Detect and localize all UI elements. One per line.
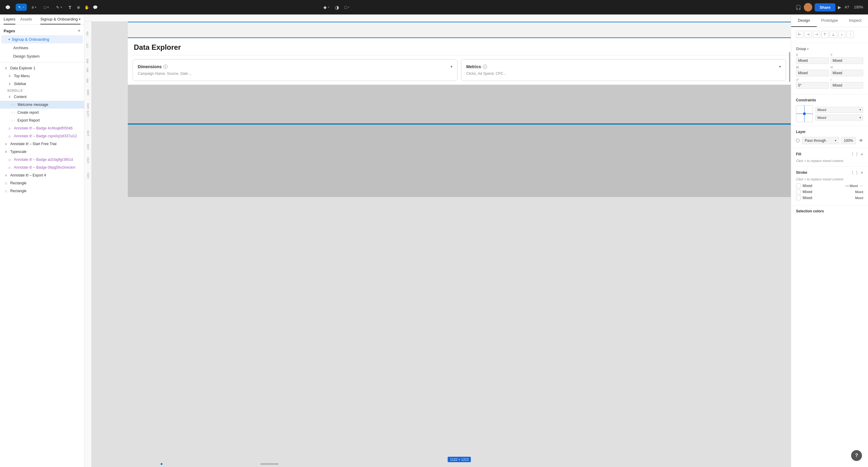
constraints-title: Constraints xyxy=(796,98,863,102)
selection-handle-corner[interactable] xyxy=(160,463,163,465)
align-middle-button[interactable]: ⊥ xyxy=(830,31,837,38)
metrics-subtitle: Clicks, Ad Spend, CPC... xyxy=(466,71,781,76)
constraint-v-select[interactable]: Mixed ▾ xyxy=(815,115,863,121)
layer-sidebar[interactable]: # Sidebar xyxy=(0,80,84,88)
layer-data-explorer-1[interactable]: # Data Explorer 1 xyxy=(0,64,84,72)
pages-section-header: Pages + xyxy=(0,25,84,35)
move-tool[interactable]: ↖ ▾ xyxy=(16,4,27,11)
x-value[interactable]: Mixed xyxy=(796,57,829,64)
comment-tool[interactable]: 💬 xyxy=(92,4,98,10)
align-bottom-button[interactable]: ↕ xyxy=(838,31,845,38)
text-tool[interactable]: T xyxy=(67,4,73,10)
component-tool[interactable]: ⊕ xyxy=(75,4,82,10)
play-button[interactable]: ▶ xyxy=(838,5,841,10)
frame-tool[interactable]: # ▾ xyxy=(29,4,39,11)
layer-annotate-badge-4[interactable]: ◇ Annotate it! – Badge 0liqqj5lhc0neckm xyxy=(0,164,84,171)
w-value[interactable]: Mixed xyxy=(796,70,829,76)
rotation-field: ↺ 0° xyxy=(796,78,829,89)
tab-assets[interactable]: Assets xyxy=(20,17,32,24)
tab-design[interactable]: Design xyxy=(791,14,817,27)
diamond-icon-4: ◇ xyxy=(7,165,12,170)
align-right-button[interactable]: ⊣ xyxy=(813,31,820,38)
help-button[interactable]: ? xyxy=(851,450,862,461)
page-tab-name[interactable]: Signup & Onboarding ▾ xyxy=(40,17,81,24)
canvas-viewport[interactable]: Data Explorer Dimensions i ▾ xyxy=(92,22,791,467)
metrics-info-icon[interactable]: i xyxy=(483,64,487,69)
page-tab[interactable]: Signup & Onboarding ▾ xyxy=(40,17,81,24)
layer-content[interactable]: # Content xyxy=(0,93,84,101)
group-row: Group ▾ xyxy=(796,47,863,51)
blend-mode-icon xyxy=(796,139,800,142)
layer-rectangle-2[interactable]: □ Rectangle xyxy=(0,187,84,195)
stroke-type-2[interactable]: Mixed xyxy=(855,191,863,194)
stroke-add-button[interactable]: + xyxy=(861,170,863,175)
user-avatar[interactable] xyxy=(804,3,812,11)
divider xyxy=(0,62,84,62)
right-panel: Design Prototype Inspect ⊢ ⊣ ⊣ ⊤ ⊥ ↕ ⋮ G… xyxy=(791,14,868,467)
stroke-type-1[interactable]: — Mixed xyxy=(845,184,858,188)
constraint-h-select[interactable]: Mixed ▾ xyxy=(815,107,863,113)
tab-inspect[interactable]: Inspect xyxy=(842,14,868,27)
pages-add-button[interactable]: + xyxy=(78,28,81,33)
blend-mode-select[interactable]: Pass through ▾ xyxy=(802,137,839,144)
page-item-archives[interactable]: Archives xyxy=(1,44,83,52)
dimensions-chevron[interactable]: ▾ xyxy=(451,64,453,69)
page-item-design-system[interactable]: Design System xyxy=(1,52,83,60)
canvas-scrollbar[interactable] xyxy=(260,463,278,465)
layer-rectangle-1[interactable]: □ Rectangle xyxy=(0,179,84,187)
stroke-section: Stroke ⋮⋮ + Click + to replace mixed con… xyxy=(791,167,868,205)
zoom-level[interactable]: 100% xyxy=(852,4,864,10)
stroke-type-3[interactable]: Mixed xyxy=(855,196,863,200)
stroke-swatch-3[interactable] xyxy=(796,196,801,200)
hand-tool[interactable]: ✋ xyxy=(84,4,90,10)
layer-create-report[interactable]: ⋮⋮ Create report xyxy=(0,109,84,116)
layer-annotate-badge-2[interactable]: ◇ Annotate it! – Badge csps0q1td337ui12 xyxy=(0,132,84,140)
visibility-toggle[interactable]: 👁 xyxy=(859,138,863,143)
layer-annotate-badge-3[interactable]: ◇ Annotate it! – Badge ai2cbgifgr3l6i1d xyxy=(0,156,84,164)
dimensions-info-icon[interactable]: i xyxy=(163,64,167,69)
stroke-row-3: Mixed Mixed xyxy=(796,196,863,200)
component-icon: ⊕ xyxy=(77,5,80,10)
align-row-1: ⊢ ⊣ ⊣ ⊤ ⊥ ↕ ⋮ xyxy=(796,31,863,38)
stroke-swatch-1[interactable] xyxy=(796,183,801,188)
plugins-button[interactable]: ◆ ▾ xyxy=(321,4,331,11)
tab-layers[interactable]: Layers xyxy=(4,17,16,24)
corner-field: ⌐ Mixed xyxy=(831,78,864,89)
y-value[interactable]: Mixed xyxy=(831,57,864,64)
align-center-h-button[interactable]: ⊣ xyxy=(804,31,812,38)
layer-top-menu[interactable]: # Top Menu xyxy=(0,72,84,80)
align-left-button[interactable]: ⊢ xyxy=(796,31,803,38)
align-top-button[interactable]: ⊤ xyxy=(821,31,829,38)
corner-value[interactable]: Mixed xyxy=(831,82,864,89)
rotation-value[interactable]: 0° xyxy=(796,82,829,89)
fill-add-button[interactable]: + xyxy=(861,152,863,156)
layer-export-report[interactable]: ⋮⋮ Export Report xyxy=(0,116,84,124)
stroke-options-button[interactable]: ⋮⋮ xyxy=(850,170,859,175)
layer-welcome-message[interactable]: ⋮⋮ Welcome message xyxy=(0,101,84,109)
annotate-button[interactable]: A? xyxy=(844,4,850,10)
h-value[interactable]: Mixed xyxy=(831,70,864,76)
gray-section-1 xyxy=(128,85,791,124)
page-item-signup[interactable]: ▾ Signup & Onboarding xyxy=(1,35,83,43)
vertical-scrollbar[interactable] xyxy=(789,52,790,82)
stroke-more-1[interactable]: ⋯ xyxy=(860,184,863,188)
distribute-button[interactable]: ⋮ xyxy=(846,31,854,38)
layer-annotate-export[interactable]: ≡ Annotate it! – Export 4 xyxy=(0,171,84,179)
headphone-icon: 🎧 xyxy=(795,4,801,10)
metrics-chevron[interactable]: ▾ xyxy=(779,64,781,69)
theme-button[interactable]: ◑ xyxy=(333,3,341,11)
layer-annotate-badge-1[interactable]: ◇ Annotate it! – Badge 4c4lsajktf05hit6 xyxy=(0,124,84,132)
stroke-swatch-2[interactable] xyxy=(796,189,801,194)
shape-tool[interactable]: □ ▾ xyxy=(41,4,51,11)
opacity-field[interactable]: 100% xyxy=(841,137,856,144)
app-logo[interactable] xyxy=(4,3,12,11)
ruler-vertical: 700 770 850 900 950 1000 1050 1078 1150 … xyxy=(84,22,92,467)
preview-button[interactable]: □ ▾ xyxy=(343,4,351,11)
share-button[interactable]: Share xyxy=(815,3,835,11)
gray-section-2 xyxy=(128,125,791,197)
layer-typescale[interactable]: # Typescale xyxy=(0,148,84,156)
tab-prototype[interactable]: Prototype xyxy=(817,14,842,27)
fill-options-button[interactable]: ⋮⋮ xyxy=(850,152,859,156)
vector-tool[interactable]: ✎ ▾ xyxy=(54,4,64,11)
layer-annotate-start[interactable]: ≡ Annotate it! – Start Free Trial xyxy=(0,140,84,148)
